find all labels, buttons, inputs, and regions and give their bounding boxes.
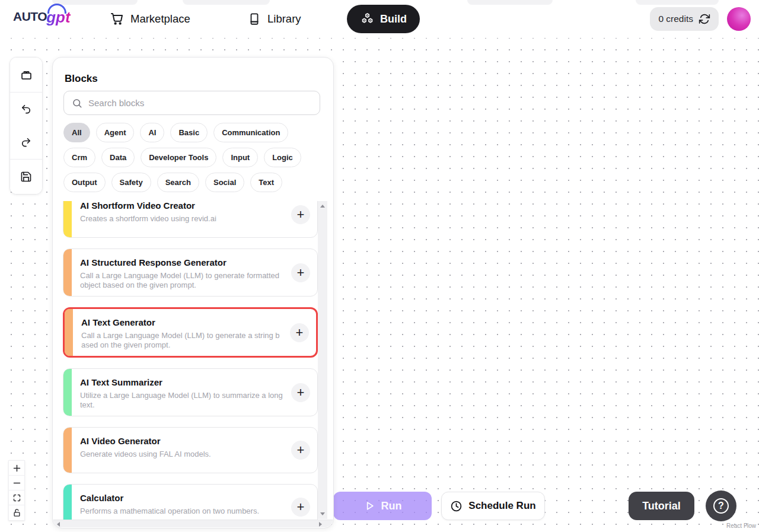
- top-edge-artifact: [636, 0, 719, 5]
- blocks-panel-title: Blocks: [65, 73, 98, 85]
- tutorial-label: Tutorial: [642, 500, 681, 512]
- plus-icon: +: [296, 324, 304, 342]
- refresh-icon[interactable]: [699, 13, 710, 25]
- react-flow-attribution: React Flow: [726, 523, 756, 529]
- filter-chip-data[interactable]: Data: [101, 148, 135, 167]
- filter-chip-crm[interactable]: Crm: [63, 148, 95, 167]
- block-title: AI Shortform Video Creator: [80, 201, 284, 211]
- block-title: AI Text Summarizer: [80, 377, 284, 388]
- horizontal-scrollbar[interactable]: [53, 520, 333, 527]
- filter-chip-agent[interactable]: Agent: [96, 123, 135, 142]
- filter-chip-developer-tools[interactable]: Developer Tools: [141, 148, 216, 167]
- search-blocks-field[interactable]: [63, 91, 320, 115]
- filter-chip-input[interactable]: Input: [222, 148, 258, 167]
- filter-chip-all[interactable]: All: [63, 123, 90, 142]
- save-icon: [20, 171, 32, 183]
- lock-icon: [12, 508, 21, 517]
- filter-chip-basic[interactable]: Basic: [170, 123, 208, 142]
- add-block-button[interactable]: +: [290, 323, 309, 342]
- schedule-run-button[interactable]: Schedule Run: [441, 492, 545, 520]
- search-icon: [72, 98, 82, 109]
- filter-chip-social[interactable]: Social: [205, 173, 244, 192]
- schedule-run-label: Schedule Run: [468, 500, 535, 512]
- save-agent-button[interactable]: [10, 160, 42, 194]
- vertical-scrollbar[interactable]: [318, 201, 327, 519]
- blocks-list: AI Shortform Video Creator Creates a sho…: [63, 201, 318, 520]
- help-button[interactable]: ?: [706, 490, 736, 521]
- fit-view-button[interactable]: [9, 490, 24, 505]
- run-button[interactable]: Run: [333, 492, 432, 520]
- autogpt-logo[interactable]: AUTO gpt: [13, 8, 71, 26]
- scroll-right-arrow[interactable]: [319, 522, 322, 527]
- block-accent-bar: [63, 369, 72, 416]
- scroll-left-arrow[interactable]: [57, 522, 60, 527]
- block-title: Calculator: [80, 493, 284, 504]
- filter-chip-output[interactable]: Output: [63, 173, 106, 192]
- filter-chip-communication[interactable]: Communication: [213, 123, 288, 142]
- plus-icon: +: [297, 384, 305, 402]
- nav-item-build[interactable]: Build: [347, 5, 420, 33]
- plus-icon: +: [297, 206, 305, 224]
- block-card-ai-structured-response-generator[interactable]: AI Structured Response Generator Call a …: [63, 249, 318, 297]
- tutorial-button[interactable]: Tutorial: [629, 492, 694, 520]
- add-block-button[interactable]: +: [291, 205, 310, 224]
- filter-chip-text[interactable]: Text: [250, 173, 282, 192]
- nav-item-marketplace[interactable]: Marketplace: [110, 0, 190, 38]
- category-filters: All Agent AI Basic Communication Crm Dat…: [63, 123, 325, 192]
- block-card-ai-video-generator[interactable]: AI Video Generator Generate videos using…: [63, 427, 318, 473]
- run-label: Run: [381, 500, 402, 512]
- credits-label: 0 credits: [658, 14, 693, 24]
- scroll-down-arrow[interactable]: [320, 512, 325, 515]
- lock-interactivity-button[interactable]: [9, 505, 24, 520]
- filter-chip-ai[interactable]: AI: [140, 123, 164, 142]
- cart-icon: [110, 12, 124, 26]
- filter-chip-search[interactable]: Search: [157, 173, 199, 192]
- scroll-up-arrow[interactable]: [320, 205, 325, 208]
- clock-icon: [450, 500, 463, 512]
- add-block-button[interactable]: +: [291, 498, 310, 517]
- undo-button[interactable]: [10, 93, 42, 126]
- block-title: AI Video Generator: [80, 436, 284, 447]
- redo-button[interactable]: [10, 126, 42, 159]
- undo-icon: [20, 103, 32, 115]
- block-accent-bar: [63, 428, 72, 473]
- fit-view-icon: [12, 493, 21, 502]
- user-avatar[interactable]: [727, 7, 751, 31]
- block-accent-bar: [63, 249, 72, 296]
- block-description: Call a Large Language Model (LLM) to gen…: [81, 331, 283, 350]
- block-card-ai-shortform-video-creator[interactable]: AI Shortform Video Creator Creates a sho…: [63, 201, 318, 238]
- blocks-brick-icon: [20, 69, 33, 81]
- block-description: Creates a shortform video using revid.ai: [80, 214, 284, 224]
- book-icon: [248, 12, 261, 26]
- add-block-button[interactable]: +: [291, 383, 310, 402]
- search-blocks-input[interactable]: [82, 98, 320, 108]
- add-block-button[interactable]: +: [291, 263, 310, 282]
- block-card-ai-text-generator[interactable]: AI Text Generator Call a Large Language …: [63, 307, 318, 358]
- block-description: Performs a mathematical operation on two…: [80, 506, 284, 516]
- block-title: AI Structured Response Generator: [80, 257, 284, 268]
- nav-item-library[interactable]: Library: [248, 0, 301, 38]
- top-edge-artifact: [467, 0, 553, 5]
- block-title: AI Text Generator: [81, 317, 283, 328]
- plus-icon: +: [297, 441, 305, 459]
- block-description: Generate videos using FAL AI models.: [80, 450, 284, 459]
- block-card-calculator[interactable]: Calculator Performs a mathematical opera…: [63, 484, 318, 520]
- top-navbar: AUTO gpt Marketplace Library Build 0 cre: [0, 0, 759, 38]
- filter-chip-safety[interactable]: Safety: [111, 173, 151, 192]
- add-block-button[interactable]: +: [291, 441, 310, 460]
- filter-chip-logic[interactable]: Logic: [264, 148, 301, 167]
- block-description: Call a Large Language Model (LLM) to gen…: [80, 271, 284, 290]
- toggle-blocks-button[interactable]: [10, 58, 42, 92]
- blocks-panel: Blocks All Agent AI Basic Communication …: [52, 57, 334, 528]
- block-description: Utilize a Large Language Model (LLM) to …: [80, 391, 284, 410]
- nav-label-build: Build: [380, 13, 407, 26]
- canvas-control-panel: [9, 57, 43, 195]
- play-icon: [363, 500, 375, 512]
- block-card-ai-text-summarizer[interactable]: AI Text Summarizer Utilize a Large Langu…: [63, 368, 318, 416]
- zoom-in-button[interactable]: [9, 461, 24, 476]
- credits-badge[interactable]: 0 credits: [650, 7, 719, 31]
- zoom-out-button[interactable]: [9, 476, 24, 490]
- plus-icon: [12, 464, 21, 473]
- block-accent-bar: [63, 485, 72, 520]
- plus-icon: +: [297, 498, 305, 516]
